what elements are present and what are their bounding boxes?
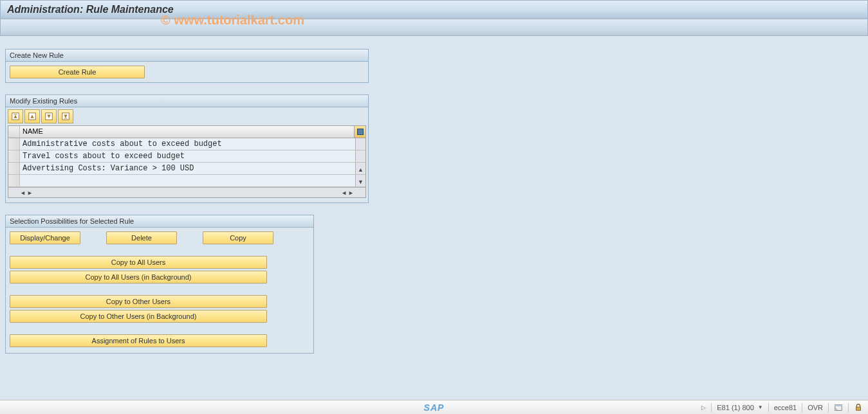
copy-button[interactable]: Copy [203,231,273,244]
grid-column-name[interactable]: NAME [20,126,354,138]
lock-icon[interactable] [854,403,863,412]
table-row[interactable]: Advertising Costs: Variance > 100 USD ▲ [8,163,365,175]
status-system-text: E81 (1) 800 [717,404,753,411]
panel-selection-possibilities: Selection Possibilities for Selected Rul… [5,215,314,354]
svg-rect-7 [835,404,842,406]
page-down-icon-button[interactable] [58,109,73,123]
panel-title-create: Create New Rule [6,50,368,62]
table-row[interactable]: Administrative costs about to exceed bud… [8,138,365,150]
row-selector[interactable] [8,138,20,150]
scroll-left-icon[interactable]: ◄ [20,190,26,196]
grid-vertical-scrollbar[interactable]: ▼ [355,175,365,186]
display-change-button[interactable]: Display/Change [10,231,80,244]
line-up-icon-button[interactable] [24,109,40,123]
grid-vertical-scrollbar[interactable] [355,138,365,150]
rule-name-cell[interactable]: Administrative costs about to exceed bud… [20,138,355,150]
status-server: ecce81 [774,404,797,411]
svg-rect-8 [856,407,861,410]
scroll-down-icon[interactable]: ▼ [358,179,364,185]
page-last-icon [61,112,70,121]
copy-to-all-users-button[interactable]: Copy to All Users [10,256,267,269]
svg-rect-5 [64,118,67,119]
status-bar: SAP ▷ E81 (1) 800 ▼ ecce81 OVR [0,400,868,414]
page-up-icon-button[interactable] [8,109,23,123]
table-row[interactable]: Travel costs about to exceed budget [8,150,365,163]
scroll-right-end-icon[interactable]: ► [348,190,354,196]
svg-rect-1 [14,114,17,115]
grid-vertical-scrollbar[interactable] [355,150,365,162]
assignment-rules-users-button[interactable]: Assignment of Rules to Users [10,334,267,347]
page-title: Administration: Rule Maintenance [0,0,868,19]
grid-configure-button[interactable] [354,126,365,138]
delete-button[interactable]: Delete [106,231,177,244]
rule-name-cell[interactable]: Travel costs about to exceed budget [20,150,355,162]
rules-grid: NAME Administrative costs about to excee… [8,125,366,198]
status-insert-mode[interactable]: OVR [808,404,823,411]
panel-title-modify: Modify Existing Rules [6,95,368,107]
status-system[interactable]: E81 (1) 800 ▼ [717,404,762,411]
scroll-up-icon[interactable]: ▲ [358,166,364,173]
grid-select-all[interactable] [8,126,20,138]
dropdown-icon: ▼ [758,404,763,410]
app-toolbar [0,19,868,36]
sap-logo: SAP [424,402,445,413]
line-down-icon-button[interactable] [41,109,57,123]
create-rule-button[interactable]: Create Rule [10,66,145,78]
copy-to-other-users-button[interactable]: Copy to Other Users [10,295,267,308]
table-row[interactable]: ▼ [8,175,365,187]
copy-to-other-users-bg-button[interactable]: Copy to Other Users (in Background) [10,310,267,323]
rule-name-cell[interactable] [20,175,355,186]
rule-name-cell[interactable]: Advertising Costs: Variance > 100 USD [20,163,355,174]
page-first-icon [11,112,20,121]
row-selector[interactable] [8,150,20,162]
grid-toolbar [6,107,368,125]
grid-horizontal-scrollbar[interactable]: ◄ ► ◄ ► [8,187,365,197]
grid-vertical-scrollbar[interactable]: ▲ [355,163,365,174]
scroll-left-end-icon[interactable]: ◄ [341,190,347,196]
panel-create-new-rule: Create New Rule Create Rule [5,49,369,83]
copy-to-all-users-bg-button[interactable]: Copy to All Users (in Background) [10,271,267,284]
status-expand-icon[interactable]: ▷ [701,404,706,411]
page-down-icon [44,112,53,121]
row-selector[interactable] [8,175,20,186]
panel-title-selection: Selection Possibilities for Selected Rul… [6,215,313,228]
row-selector[interactable] [8,163,20,174]
panel-modify-existing-rules: Modify Existing Rules NAME [5,94,369,203]
layout-icon[interactable] [834,403,843,412]
scroll-right-icon[interactable]: ► [27,190,33,196]
page-up-icon [28,112,37,121]
